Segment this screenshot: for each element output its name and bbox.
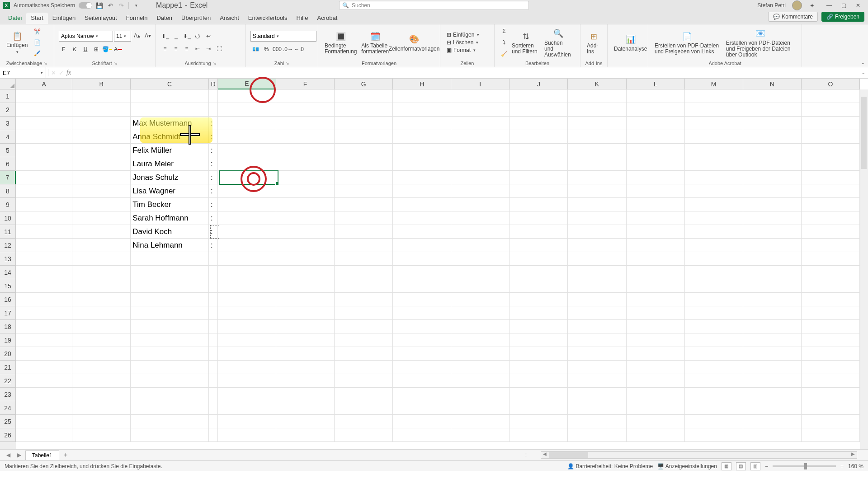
cell-F12[interactable] xyxy=(276,239,335,252)
cell-L13[interactable] xyxy=(627,252,685,265)
format-painter-button[interactable]: 🖌️ xyxy=(32,48,42,58)
cell-L1[interactable] xyxy=(627,89,685,103)
cell-H3[interactable] xyxy=(393,117,451,130)
cell-D6[interactable]: : xyxy=(209,157,218,170)
cell-M5[interactable] xyxy=(685,144,743,157)
cell-H17[interactable] xyxy=(393,306,451,319)
cell-C3[interactable]: Max Mustermann xyxy=(131,117,209,130)
normal-view-icon[interactable]: ▦ xyxy=(722,462,731,470)
cell-H12[interactable] xyxy=(393,239,451,252)
cell-L21[interactable] xyxy=(627,361,685,374)
cell-G7[interactable] xyxy=(335,171,393,184)
cell-G14[interactable] xyxy=(335,266,393,279)
tab-ansicht[interactable]: Ansicht xyxy=(215,13,244,24)
row-header-18[interactable]: 18 xyxy=(0,320,16,333)
cell-I9[interactable] xyxy=(451,198,509,211)
format-as-table-button[interactable]: 🗓️Als Tabelle formatieren xyxy=(359,30,391,55)
cell-H9[interactable] xyxy=(393,198,451,211)
cell-L4[interactable] xyxy=(627,130,685,143)
cell-E13[interactable] xyxy=(218,252,276,265)
cell-E14[interactable] xyxy=(218,266,276,279)
cell-M2[interactable] xyxy=(685,103,743,116)
cell-B22[interactable] xyxy=(72,374,131,387)
cell-K11[interactable] xyxy=(568,225,626,238)
cell-M13[interactable] xyxy=(685,252,743,265)
cell-J14[interactable] xyxy=(509,266,568,279)
cell-I20[interactable] xyxy=(451,347,509,360)
zoom-slider[interactable] xyxy=(773,465,836,467)
column-header-D[interactable]: D xyxy=(209,79,218,89)
cell-J5[interactable] xyxy=(509,144,568,157)
cell-L15[interactable] xyxy=(627,279,685,292)
cell-F3[interactable] xyxy=(276,117,335,130)
share-button[interactable]: 🔗Freigeben xyxy=(821,12,864,22)
cell-L20[interactable] xyxy=(627,347,685,360)
formula-input[interactable] xyxy=(73,67,861,78)
cell-I23[interactable] xyxy=(451,388,509,401)
cell-D21[interactable] xyxy=(209,361,218,374)
wrap-text-button[interactable]: ↩ xyxy=(203,31,213,41)
cell-K12[interactable] xyxy=(568,239,626,252)
cell-B2[interactable] xyxy=(72,103,131,116)
cell-H22[interactable] xyxy=(393,374,451,387)
cell-D26[interactable] xyxy=(209,428,218,441)
cell-G23[interactable] xyxy=(335,388,393,401)
tab-hilfe[interactable]: Hilfe xyxy=(292,13,313,24)
accounting-format-icon[interactable]: 💶 xyxy=(250,44,260,54)
cell-D1[interactable] xyxy=(209,89,218,103)
row-header-21[interactable]: 21 xyxy=(0,361,16,374)
cell-B24[interactable] xyxy=(72,401,131,414)
new-sheet-button[interactable]: ＋ xyxy=(61,450,70,460)
font-size-dropdown[interactable]: 11▾ xyxy=(114,31,131,42)
cell-C7[interactable]: Jonas Schulz xyxy=(131,171,209,184)
number-launcher-icon[interactable]: ↘ xyxy=(286,61,289,66)
cell-K25[interactable] xyxy=(568,415,626,428)
cell-J4[interactable] xyxy=(509,130,568,143)
cut-button[interactable]: ✂️ xyxy=(32,27,42,37)
row-header-5[interactable]: 5 xyxy=(0,144,16,157)
maximize-button[interactable]: ▢ xyxy=(836,0,851,11)
cell-K21[interactable] xyxy=(568,361,626,374)
align-center-icon[interactable]: ≡ xyxy=(171,44,181,54)
cell-M1[interactable] xyxy=(685,89,743,103)
cell-C24[interactable] xyxy=(131,401,209,414)
cell-F22[interactable] xyxy=(276,374,335,387)
cell-D11[interactable]: : xyxy=(209,225,218,238)
cell-B25[interactable] xyxy=(72,415,131,428)
cell-F5[interactable] xyxy=(276,144,335,157)
redo-icon[interactable]: ↷ xyxy=(118,2,125,9)
cell-O3[interactable] xyxy=(802,117,860,130)
cell-E23[interactable] xyxy=(218,388,276,401)
cell-H7[interactable] xyxy=(393,171,451,184)
cell-I8[interactable] xyxy=(451,184,509,197)
cell-E18[interactable] xyxy=(218,320,276,333)
cell-A10[interactable] xyxy=(16,211,72,225)
cell-K10[interactable] xyxy=(568,211,626,225)
row-header-16[interactable]: 16 xyxy=(0,293,16,306)
cell-I22[interactable] xyxy=(451,374,509,387)
cell-D10[interactable]: : xyxy=(209,211,218,225)
cell-B21[interactable] xyxy=(72,361,131,374)
cell-O4[interactable] xyxy=(802,130,860,143)
search-input[interactable]: 🔍 Suchen xyxy=(339,1,529,10)
minimize-button[interactable]: — xyxy=(822,0,836,11)
tab-einfuegen[interactable]: Einfügen xyxy=(48,13,80,24)
cell-D12[interactable]: : xyxy=(209,239,218,252)
cell-C20[interactable] xyxy=(131,347,209,360)
cell-I25[interactable] xyxy=(451,415,509,428)
cell-F16[interactable] xyxy=(276,293,335,306)
cell-I5[interactable] xyxy=(451,144,509,157)
cell-B10[interactable] xyxy=(72,211,131,225)
undo-icon[interactable]: ↶ xyxy=(107,2,114,9)
tab-split-handle[interactable]: ⋮ xyxy=(524,452,530,458)
coming-soon-icon[interactable]: ✦ xyxy=(808,2,816,9)
cell-O13[interactable] xyxy=(802,252,860,265)
cell-M25[interactable] xyxy=(685,415,743,428)
sort-filter-button[interactable]: ⇅Sortieren und Filtern xyxy=(510,30,542,55)
cell-O17[interactable] xyxy=(802,306,860,319)
row-header-26[interactable]: 26 xyxy=(0,428,16,442)
cell-K17[interactable] xyxy=(568,306,626,319)
cell-C2[interactable] xyxy=(131,103,209,116)
cell-N7[interactable] xyxy=(743,171,802,184)
cell-E19[interactable] xyxy=(218,333,276,347)
